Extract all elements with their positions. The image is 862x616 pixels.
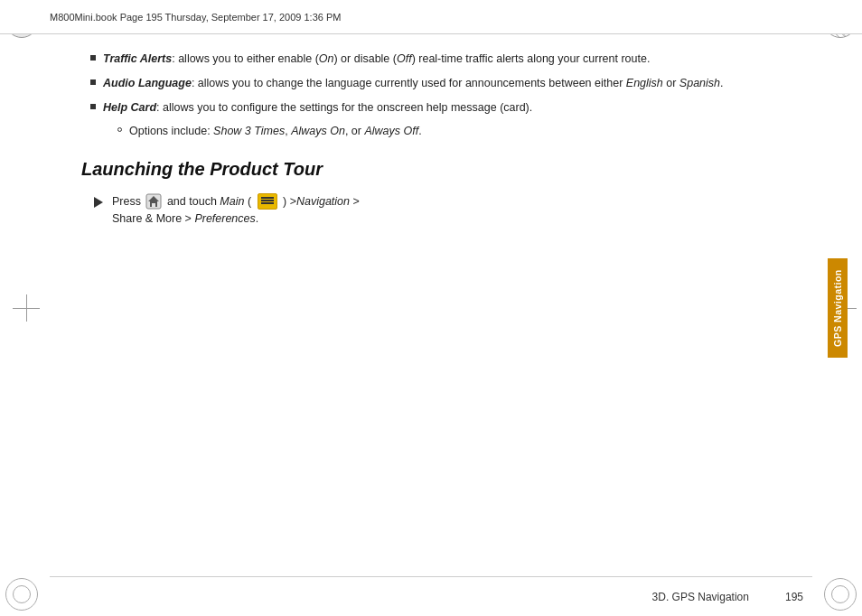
bullet-item-traffic-alerts: Traffic Alerts: allows you to either ena…: [81, 51, 781, 68]
text-share: Share & More: [112, 212, 182, 225]
sub-bullet-text: Options include: Show 3 Times, Always On…: [129, 123, 781, 140]
arrow-item-launch: Press and touch Main ( ) >Navigation > S…: [81, 193, 781, 228]
bullet-square-2: [90, 79, 96, 85]
text-paren-open: (: [244, 195, 251, 208]
term-traffic: Traffic Alerts: [103, 52, 172, 65]
text-audio-colon: : allows you to change the language curr…: [192, 77, 626, 89]
arrow-icon: [94, 197, 103, 208]
term-help: Help Card: [103, 101, 156, 114]
sub-bullet-options: Options include: Show 3 Times, Always On…: [81, 123, 781, 140]
home-button-icon: [145, 193, 162, 210]
footer-section-label: 3D. GPS Navigation: [652, 591, 749, 603]
section-heading-product-tour: Launching the Product Tour: [81, 156, 781, 182]
text-always-off: Always Off: [364, 125, 418, 137]
text-or: or: [663, 77, 679, 89]
text-main: Main: [220, 195, 244, 208]
main-menu-icon: [258, 193, 277, 210]
sub-bullet-dot: [117, 127, 122, 132]
bullet-text-help: Help Card: allows you to configure the s…: [103, 99, 781, 117]
text-gt2: >: [182, 212, 194, 225]
bullet-item-audio-language: Audio Language: allows you to change the…: [81, 75, 781, 92]
page-footer: 3D. GPS Navigation 195: [50, 576, 812, 616]
corner-decoration-bl: [5, 578, 38, 611]
text-arrow-end: .: [256, 212, 258, 225]
bullet-square: [90, 55, 96, 61]
text-or-sub: , or: [345, 125, 365, 137]
corner-circle-inner-bl: [13, 585, 31, 603]
text-show3: Show 3 Times: [213, 125, 285, 137]
text-navigation: Navigation: [296, 195, 350, 208]
main-content: Traffic Alerts: allows you to either ena…: [50, 34, 812, 575]
text-audio-end: .: [720, 77, 723, 89]
page-header: M800Mini.book Page 195 Thursday, Septemb…: [0, 0, 862, 34]
side-tab: GPS Navigation: [828, 258, 848, 358]
text-sub-end: .: [418, 125, 421, 137]
arrow-text-launch: Press and touch Main ( ) >Navigation > S…: [112, 193, 781, 228]
text-traffic-mid: ) or disable (: [333, 52, 396, 65]
text-traffic-colon: : allows you to either enable (: [172, 52, 319, 65]
footer-page-number: 195: [785, 591, 803, 603]
text-press: Press: [112, 195, 141, 208]
midpoint-crosshair-left: [13, 294, 40, 322]
header-text: M800Mini.book Page 195 Thursday, Septemb…: [50, 12, 341, 23]
text-english: English: [626, 77, 663, 89]
bullet-square-3: [90, 104, 96, 109]
text-help-colon: : allows you to configure the settings f…: [156, 101, 532, 114]
text-on: On: [319, 52, 334, 65]
text-spanish: Spanish: [679, 77, 720, 89]
text-traffic-end: ) real-time traffic alerts along your cu…: [412, 52, 651, 65]
text-options-prefix: Options include:: [129, 125, 213, 137]
text-always-on: Always On: [291, 125, 345, 137]
side-tab-container: GPS Navigation: [812, 0, 862, 616]
bullet-text-traffic: Traffic Alerts: allows you to either ena…: [103, 51, 781, 68]
text-paren-close: ) >: [283, 195, 296, 208]
text-off: Off: [397, 52, 412, 65]
text-gt1: >: [350, 195, 360, 208]
term-audio: Audio Language: [103, 77, 192, 89]
bullet-item-help-card: Help Card: allows you to configure the s…: [81, 99, 781, 117]
text-and-touch: and touch: [167, 195, 220, 208]
bullet-text-audio: Audio Language: allows you to change the…: [103, 75, 781, 92]
text-preferences: Preferences: [194, 212, 255, 225]
